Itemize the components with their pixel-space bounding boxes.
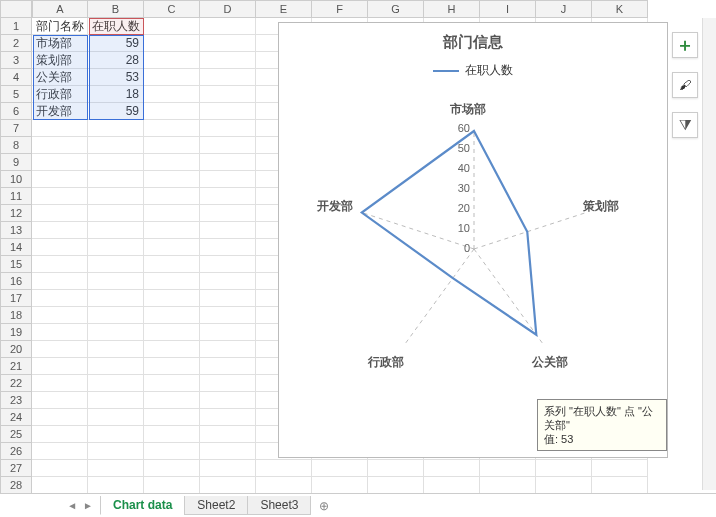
cell[interactable] xyxy=(200,137,256,154)
row-header[interactable]: 21 xyxy=(0,358,32,375)
cell[interactable] xyxy=(256,460,312,477)
cell[interactable] xyxy=(144,35,200,52)
cell[interactable]: 在职人数 xyxy=(88,18,144,35)
row-header[interactable]: 23 xyxy=(0,392,32,409)
row-header[interactable]: 1 xyxy=(0,18,32,35)
cell[interactable] xyxy=(88,341,144,358)
cell[interactable] xyxy=(88,137,144,154)
cell[interactable] xyxy=(88,307,144,324)
cell[interactable] xyxy=(200,409,256,426)
cell[interactable] xyxy=(144,273,200,290)
row-header[interactable]: 6 xyxy=(0,103,32,120)
cell[interactable] xyxy=(592,460,648,477)
cell[interactable] xyxy=(32,290,88,307)
cell[interactable] xyxy=(200,222,256,239)
cell[interactable] xyxy=(200,358,256,375)
cell[interactable] xyxy=(200,205,256,222)
cell[interactable] xyxy=(32,358,88,375)
cell[interactable] xyxy=(200,443,256,460)
cell[interactable] xyxy=(32,392,88,409)
select-all-corner[interactable] xyxy=(0,0,32,18)
cell[interactable]: 策划部 xyxy=(32,52,88,69)
cell[interactable] xyxy=(144,205,200,222)
row-header[interactable]: 16 xyxy=(0,273,32,290)
cell[interactable] xyxy=(200,188,256,205)
cell[interactable] xyxy=(144,52,200,69)
vertical-scrollbar[interactable] xyxy=(702,18,716,490)
column-header[interactable]: F xyxy=(312,0,368,18)
cell[interactable] xyxy=(368,460,424,477)
cell[interactable] xyxy=(144,171,200,188)
row-header[interactable]: 15 xyxy=(0,256,32,273)
chart-legend[interactable]: 在职人数 xyxy=(279,62,667,79)
cell[interactable] xyxy=(200,69,256,86)
cell[interactable] xyxy=(88,375,144,392)
row-header[interactable]: 18 xyxy=(0,307,32,324)
sheet-tab[interactable]: Sheet3 xyxy=(247,496,311,515)
row-header[interactable]: 13 xyxy=(0,222,32,239)
cell[interactable] xyxy=(88,426,144,443)
tab-nav-arrows[interactable]: ◄► xyxy=(0,500,100,511)
cell[interactable] xyxy=(200,154,256,171)
chart-title[interactable]: 部门信息 xyxy=(279,33,667,52)
chart-styles-button[interactable]: 🖌 xyxy=(672,72,698,98)
row-header[interactable]: 28 xyxy=(0,477,32,494)
row-header[interactable]: 12 xyxy=(0,205,32,222)
cell[interactable] xyxy=(32,154,88,171)
cell[interactable] xyxy=(200,239,256,256)
column-header[interactable]: E xyxy=(256,0,312,18)
radar-plot[interactable]: 0102030405060市场部策划部公关部行政部开发部 xyxy=(279,79,669,429)
sheet-tab[interactable]: Sheet2 xyxy=(184,496,248,515)
cell[interactable] xyxy=(256,477,312,494)
row-header[interactable]: 5 xyxy=(0,86,32,103)
cell[interactable] xyxy=(200,273,256,290)
cell[interactable] xyxy=(144,375,200,392)
cell[interactable] xyxy=(200,392,256,409)
sheet-tab[interactable]: Chart data xyxy=(100,496,185,515)
column-header[interactable]: I xyxy=(480,0,536,18)
cell[interactable]: 53 xyxy=(88,69,144,86)
row-header[interactable]: 24 xyxy=(0,409,32,426)
column-header[interactable]: C xyxy=(144,0,200,18)
cell[interactable] xyxy=(144,188,200,205)
chart-filter-button[interactable]: ⧩ xyxy=(672,112,698,138)
cell[interactable] xyxy=(200,171,256,188)
cell[interactable] xyxy=(88,171,144,188)
cell[interactable] xyxy=(32,256,88,273)
cell[interactable] xyxy=(32,188,88,205)
cell[interactable] xyxy=(200,460,256,477)
cell[interactable] xyxy=(312,460,368,477)
cell[interactable] xyxy=(88,443,144,460)
cell[interactable] xyxy=(368,477,424,494)
cell[interactable] xyxy=(200,35,256,52)
cell[interactable]: 市场部 xyxy=(32,35,88,52)
cell[interactable] xyxy=(144,358,200,375)
cell[interactable]: 28 xyxy=(88,52,144,69)
chart-elements-button[interactable]: ＋ xyxy=(672,32,698,58)
cell[interactable] xyxy=(88,222,144,239)
row-header[interactable]: 27 xyxy=(0,460,32,477)
cell[interactable] xyxy=(200,324,256,341)
cell[interactable] xyxy=(480,477,536,494)
row-header[interactable]: 26 xyxy=(0,443,32,460)
cell[interactable] xyxy=(144,290,200,307)
cell[interactable] xyxy=(200,341,256,358)
cell[interactable] xyxy=(200,120,256,137)
row-header[interactable]: 9 xyxy=(0,154,32,171)
row-header[interactable]: 3 xyxy=(0,52,32,69)
cell[interactable] xyxy=(144,426,200,443)
cell[interactable]: 59 xyxy=(88,35,144,52)
cell[interactable] xyxy=(144,460,200,477)
row-header[interactable]: 25 xyxy=(0,426,32,443)
cell[interactable] xyxy=(88,409,144,426)
row-header[interactable]: 8 xyxy=(0,137,32,154)
row-header[interactable]: 11 xyxy=(0,188,32,205)
cell[interactable] xyxy=(144,103,200,120)
cell[interactable] xyxy=(32,409,88,426)
cell[interactable] xyxy=(480,460,536,477)
column-header[interactable]: B xyxy=(88,0,144,18)
cell[interactable]: 公关部 xyxy=(32,69,88,86)
cell[interactable] xyxy=(32,324,88,341)
cell[interactable] xyxy=(200,103,256,120)
cell[interactable] xyxy=(144,120,200,137)
